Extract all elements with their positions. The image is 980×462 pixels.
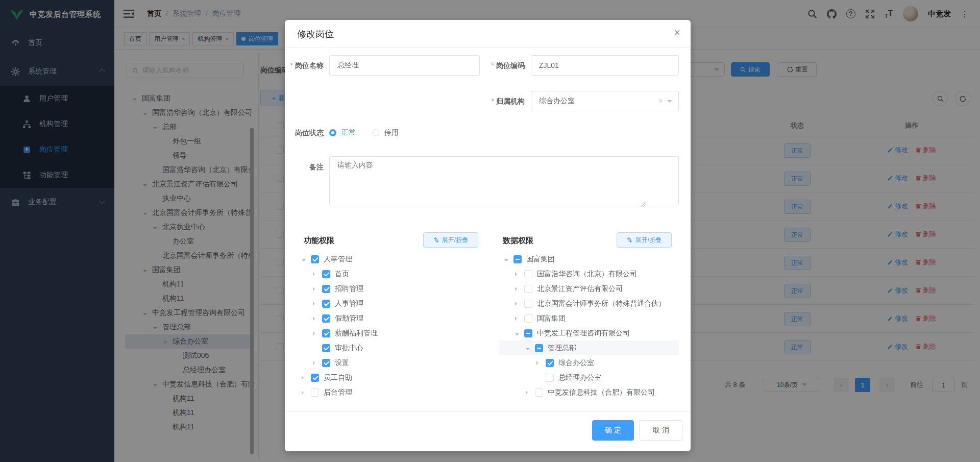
expand-caret-icon[interactable] xyxy=(313,317,322,321)
org-select-value: 综合办公室 xyxy=(539,96,659,106)
checkbox-half[interactable] xyxy=(524,329,532,337)
perm-node-label: 后台管理 xyxy=(324,388,352,397)
perm-node-label: 首页 xyxy=(335,270,349,279)
status-label: 岗位状态 xyxy=(285,125,324,141)
perm-node-label: 管理总部 xyxy=(548,344,576,353)
clear-icon[interactable]: × xyxy=(659,97,663,105)
checkbox-unchecked[interactable] xyxy=(311,388,319,397)
perm-node-label: 假勤管理 xyxy=(335,314,363,323)
org-label: 归属机构 xyxy=(484,91,525,111)
perm-tree-node[interactable]: 招聘管理 xyxy=(297,281,491,296)
perm-node-label: 招聘管理 xyxy=(335,284,363,294)
perm-tree-node[interactable]: 首页 xyxy=(297,266,491,281)
expand-caret-icon[interactable] xyxy=(515,272,524,276)
perm-tree-node[interactable]: 后台管理 xyxy=(297,385,491,400)
checkbox-unchecked[interactable] xyxy=(524,300,532,308)
textarea-resize-handle[interactable] xyxy=(641,202,646,207)
cancel-button[interactable]: 取消 xyxy=(640,420,682,441)
expand-caret-icon[interactable] xyxy=(526,346,535,350)
checkbox-checked[interactable] xyxy=(322,359,330,367)
close-icon[interactable]: × xyxy=(674,27,680,38)
checkbox-unchecked[interactable] xyxy=(546,374,554,382)
radio-normal-label[interactable]: 正常 xyxy=(341,128,356,137)
perm-tree-node[interactable]: 设置 xyxy=(297,355,491,370)
expand-caret-icon[interactable] xyxy=(515,302,524,306)
name-input[interactable] xyxy=(329,55,480,76)
perm-node-label: 国富集团 xyxy=(526,255,555,264)
checkbox-checked[interactable] xyxy=(322,270,330,278)
data-perm-toggle-button[interactable]: 展开/折叠 xyxy=(617,232,672,248)
expand-caret-icon[interactable] xyxy=(313,302,322,306)
checkbox-checked[interactable] xyxy=(546,359,554,367)
edit-position-dialog: 修改岗位 × 岗位名称 岗位编码 归属机构 综合办公室 × 岗位状态 正常 停用… xyxy=(285,20,691,451)
perm-tree-node[interactable]: 总经理办公室 xyxy=(499,370,679,385)
perm-tree-node[interactable]: 审批中心 xyxy=(297,341,491,355)
checkbox-checked[interactable] xyxy=(322,300,330,308)
expand-caret-icon[interactable] xyxy=(313,331,322,335)
dialog-footer-divider xyxy=(285,411,691,412)
checkbox-checked[interactable] xyxy=(311,374,319,382)
perm-node-label: 薪酬福利管理 xyxy=(335,329,378,338)
expand-caret-icon[interactable] xyxy=(515,287,524,291)
radio-normal[interactable] xyxy=(329,129,336,136)
perm-node-label: 国富浩华咨询（北京）有限公司 xyxy=(537,270,637,279)
func-perm-title: 功能权限 xyxy=(304,236,334,246)
checkbox-half[interactable] xyxy=(535,344,543,352)
func-perm-tree: 人事管理首页招聘管理人事管理假勤管理薪酬福利管理审批中心设置员工自助后台管理 xyxy=(297,252,491,400)
status-radio-group: 正常 停用 xyxy=(329,125,410,141)
name-label: 岗位名称 xyxy=(285,55,324,76)
perm-node-label: 总经理办公室 xyxy=(558,373,601,382)
perm-tree-node[interactable]: 假勤管理 xyxy=(297,311,491,326)
perm-tree-node[interactable]: 国富集团 xyxy=(499,311,679,326)
expand-caret-icon[interactable] xyxy=(515,317,524,321)
perm-tree-node[interactable]: 综合办公室 xyxy=(499,355,679,370)
perm-node-label: 北京景江资产评估有限公司 xyxy=(537,284,623,294)
expand-caret-icon[interactable] xyxy=(313,287,322,291)
expand-caret-icon[interactable] xyxy=(302,257,311,261)
expand-caret-icon[interactable] xyxy=(504,257,513,261)
expand-caret-icon[interactable] xyxy=(536,361,546,365)
chevron-down-icon xyxy=(667,100,672,105)
expand-caret-icon[interactable] xyxy=(313,361,322,365)
perm-tree-node[interactable]: 人事管理 xyxy=(297,252,491,266)
perm-tree-node[interactable]: 人事管理 xyxy=(297,296,491,311)
expand-caret-icon[interactable] xyxy=(313,272,322,276)
perm-tree-node[interactable]: 薪酬福利管理 xyxy=(297,326,491,341)
checkbox-checked[interactable] xyxy=(322,314,330,323)
checkbox-unchecked[interactable] xyxy=(524,270,532,278)
org-select[interactable]: 综合办公室 × xyxy=(531,91,679,111)
checkbox-half[interactable] xyxy=(513,255,522,263)
confirm-button[interactable]: 确定 xyxy=(592,420,634,441)
checkbox-unchecked[interactable] xyxy=(524,285,532,293)
checkbox-checked[interactable] xyxy=(322,285,330,293)
code-input[interactable] xyxy=(531,55,679,76)
perm-tree-node[interactable]: 中竞发信息科技（合肥）有限公司 xyxy=(499,385,679,400)
perm-tree-node[interactable]: 北京景江资产评估有限公司 xyxy=(499,281,679,296)
perm-node-label: 人事管理 xyxy=(324,255,352,264)
expand-caret-icon[interactable] xyxy=(526,391,535,395)
checkbox-checked[interactable] xyxy=(322,329,330,337)
func-perm-toggle-button[interactable]: 展开/折叠 xyxy=(423,232,478,248)
perm-tree-node[interactable]: 国富集团 xyxy=(499,252,679,266)
expand-caret-icon[interactable] xyxy=(302,391,311,395)
dialog-header-divider xyxy=(285,47,691,47)
radio-disabled-label[interactable]: 停用 xyxy=(384,128,399,137)
checkbox-checked[interactable] xyxy=(311,255,319,263)
perm-tree-node[interactable]: 中竞发工程管理咨询有限公司 xyxy=(499,326,679,341)
remark-textarea[interactable] xyxy=(329,156,679,206)
expand-caret-icon[interactable] xyxy=(302,376,311,380)
checkbox-unchecked[interactable] xyxy=(535,388,543,397)
checkbox-checked[interactable] xyxy=(322,344,330,352)
expand-collapse-icon xyxy=(433,237,439,243)
checkbox-unchecked[interactable] xyxy=(524,314,532,323)
expand-caret-icon[interactable] xyxy=(515,331,524,335)
perm-node-label: 中竞发信息科技（合肥）有限公司 xyxy=(548,388,655,397)
perm-tree-node[interactable]: 国富浩华咨询（北京）有限公司 xyxy=(499,266,679,281)
perm-node-label: 审批中心 xyxy=(335,344,363,353)
radio-disabled[interactable] xyxy=(372,129,379,136)
perm-tree-node[interactable]: 北京国富会计师事务所（特殊普通合伙） xyxy=(499,296,679,311)
perm-node-label: 国富集团 xyxy=(537,314,566,323)
remark-label: 备注 xyxy=(285,162,324,172)
perm-tree-node[interactable]: 管理总部 xyxy=(499,341,679,355)
perm-tree-node[interactable]: 员工自助 xyxy=(297,370,491,385)
